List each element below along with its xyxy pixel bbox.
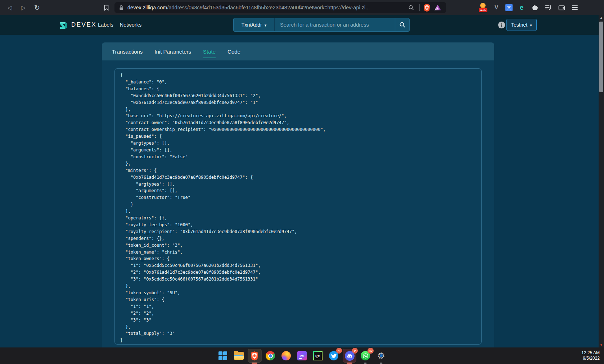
url-text: devex.zilliqa.com/address/0x3c9f4d153d35… <box>127 5 370 10</box>
address-bar[interactable]: devex.zilliqa.com/address/0x3c9f4d153d35… <box>114 2 446 13</box>
zilliqa-logo-icon[interactable] <box>59 20 68 32</box>
pycharm-icon: PC <box>313 351 323 360</box>
chevron-down-icon <box>530 22 532 28</box>
chrome-taskbar-button[interactable] <box>264 349 277 362</box>
lock-icon[interactable] <box>119 5 123 10</box>
bat-rewards-icon[interactable] <box>434 4 441 11</box>
reload-icon[interactable] <box>32 0 42 15</box>
address-card: Transactions Init Parameters State Code … <box>102 42 494 347</box>
tab-strip: Transactions Init Parameters State Code <box>102 42 494 60</box>
page-viewport: DEVEX Labels Networks Txn/Addr Testnet T… <box>0 15 604 347</box>
chrome-icon <box>266 351 275 360</box>
state-json-panel: { "_balance": "0", "balances": { "0x5cdd… <box>114 68 482 345</box>
browser-menu-icon[interactable] <box>571 3 579 12</box>
search-type-label: Txn/Addr <box>242 22 262 28</box>
devex-header: DEVEX Labels Networks Txn/Addr Testnet <box>0 15 604 35</box>
tab-code[interactable]: Code <box>227 42 240 60</box>
scrollbar-thumb[interactable] <box>599 22 603 92</box>
zoom-icon[interactable] <box>408 5 414 11</box>
brand-title[interactable]: DEVEX <box>71 21 96 28</box>
scroll-down-icon[interactable]: ▼ <box>599 343 604 347</box>
phpstorm-icon: PS <box>297 351 307 360</box>
taskbar-clock[interactable]: 12:25 AM 9/5/2022 <box>581 347 600 364</box>
folder-icon <box>234 352 244 360</box>
network-name: Testnet <box>511 22 527 28</box>
tab-state[interactable]: State <box>203 42 216 60</box>
tab-transactions[interactable]: Transactions <box>112 42 143 60</box>
open-indicator <box>364 363 367 364</box>
header-nav: Labels Networks <box>98 22 141 28</box>
firefox-taskbar-button[interactable] <box>280 349 293 362</box>
auth-badge: Auth <box>479 8 487 12</box>
windows-logo-icon <box>218 351 227 360</box>
search-type-dropdown[interactable]: Txn/Addr <box>234 18 275 31</box>
browser-toolbar: devex.zilliqa.com/address/0x3c9f4d153d35… <box>0 0 604 15</box>
search-input[interactable] <box>275 18 395 31</box>
notification-badge: 2 <box>352 348 358 354</box>
teal-e-extension-icon[interactable] <box>517 3 526 12</box>
page-scrollbar[interactable]: ▲ ▼ <box>599 15 604 347</box>
scroll-up-icon[interactable]: ▲ <box>599 16 604 19</box>
bookmark-icon[interactable] <box>101 0 112 15</box>
phpstorm-taskbar-button[interactable]: PS <box>296 349 308 362</box>
back-icon[interactable] <box>4 0 15 15</box>
puzzle-extensions-icon[interactable] <box>531 3 539 12</box>
info-icon[interactable] <box>498 22 505 28</box>
network-selector-button[interactable]: Testnet <box>506 19 537 31</box>
file-explorer-button[interactable] <box>232 349 245 362</box>
tab-init-parameters[interactable]: Init Parameters <box>154 42 191 60</box>
extension-row: Auth <box>479 0 579 15</box>
whatsapp-taskbar-button[interactable]: 37 <box>359 349 372 362</box>
divider <box>419 4 420 11</box>
firefox-icon <box>281 351 291 360</box>
brave-icon <box>250 351 259 361</box>
gear-icon <box>376 351 386 361</box>
active-indicator <box>347 363 352 364</box>
url-domain: devex.zilliqa.com <box>127 5 167 10</box>
nav-networks[interactable]: Networks <box>120 22 141 28</box>
authenticator-extension-icon[interactable]: Auth <box>479 3 487 12</box>
settings-taskbar-button[interactable] <box>375 349 388 362</box>
search-button[interactable] <box>395 18 409 31</box>
wallet-icon[interactable] <box>557 3 566 12</box>
start-button[interactable] <box>216 349 229 362</box>
discord-taskbar-button[interactable]: 2 <box>343 349 356 362</box>
nav-labels[interactable]: Labels <box>98 22 113 28</box>
url-path: /address/0x3c9f4d153d35dac6bfe11c8fb5b2e… <box>167 5 370 10</box>
open-indicator <box>380 363 383 364</box>
notification-badge: 1 <box>336 348 342 354</box>
vue-devtools-extension-icon[interactable] <box>492 3 501 12</box>
phpstorm-label: PS <box>299 354 305 358</box>
notification-badge: 37 <box>368 348 374 354</box>
brave-taskbar-button[interactable] <box>248 349 261 362</box>
search-bar: Txn/Addr <box>233 18 410 32</box>
windows-taskbar: PS PC 1 2 37 12:25 AM 9/5/2022 <box>0 347 604 364</box>
brave-shield-icon[interactable] <box>423 4 431 12</box>
active-indicator <box>252 363 257 364</box>
clock-date: 9/5/2022 <box>581 356 600 361</box>
state-json: { "_balance": "0", "balances": { "0x5cdd… <box>115 69 481 345</box>
pycharm-label: PC <box>315 354 320 358</box>
twitter-taskbar-button[interactable]: 1 <box>327 349 340 362</box>
forward-icon[interactable] <box>18 0 29 15</box>
translate-extension-icon[interactable] <box>505 4 513 11</box>
pycharm-taskbar-button[interactable]: PC <box>311 349 324 362</box>
clock-time: 12:25 AM <box>581 350 600 356</box>
chevron-down-icon <box>265 22 267 28</box>
playlist-icon[interactable] <box>544 3 553 12</box>
page-body: Transactions Init Parameters State Code … <box>0 35 604 347</box>
